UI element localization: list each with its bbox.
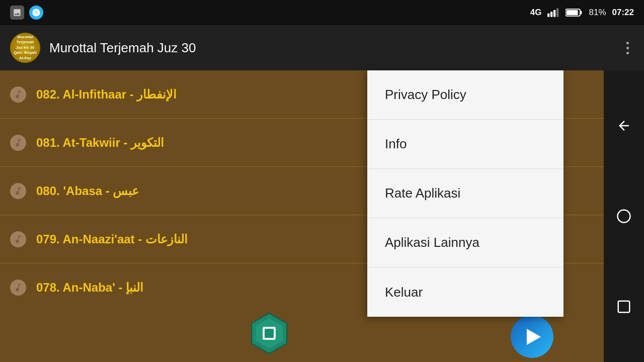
speaker-icon xyxy=(10,135,26,151)
speaker-icon xyxy=(10,231,26,247)
back-nav-button[interactable] xyxy=(611,113,636,138)
app-bar: Murottal TerjemahJuz Ke 30Qari: Royati A… xyxy=(0,25,644,70)
content-area: 082. Al-Infithaar - الإنفطار 081. At-Tak… xyxy=(0,70,644,362)
svg-rect-3 xyxy=(556,8,558,17)
status-right-info: 4G 81% 07:22 xyxy=(530,8,634,18)
svg-point-11 xyxy=(618,210,630,223)
svg-rect-12 xyxy=(618,301,630,313)
home-nav-button[interactable] xyxy=(611,204,636,229)
overflow-dot-3 xyxy=(626,52,629,54)
surah-082-title: 082. Al-Infithaar - الإنفطار xyxy=(36,87,177,102)
surah-list: 082. Al-Infithaar - الإنفطار 081. At-Tak… xyxy=(0,70,604,362)
play-triangle-icon xyxy=(527,329,541,345)
overflow-dot-1 xyxy=(626,42,629,44)
svg-rect-2 xyxy=(553,10,555,17)
svg-rect-1 xyxy=(550,12,552,17)
app-title: Murottal Terjemah Juz 30 xyxy=(49,40,612,56)
signal-bars-icon xyxy=(547,8,559,17)
stop-button[interactable] xyxy=(247,311,292,358)
overflow-dot-2 xyxy=(626,47,629,49)
svg-rect-0 xyxy=(547,14,549,17)
surah-079-title: 079. An-Naazi'aat - النازعات xyxy=(36,232,188,246)
surah-078-title: 078. An-Naba' - النبإ xyxy=(36,281,143,295)
battery-percentage: 81% xyxy=(589,8,606,18)
right-navigation xyxy=(604,70,644,362)
surah-081-title: 081. At-Takwiir - التكوير xyxy=(36,136,164,150)
svg-rect-10 xyxy=(265,329,274,338)
photo-icon xyxy=(10,6,24,20)
menu-item-other-apps[interactable]: Aplikasi Lainnya xyxy=(367,218,564,267)
speaker-icon xyxy=(10,183,26,199)
signal-indicator: 4G xyxy=(530,8,542,18)
menu-item-exit[interactable]: Keluar xyxy=(367,267,564,317)
dropdown-menu: Privacy Policy Info Rate Aplikasi Aplika… xyxy=(367,70,564,317)
status-bar: 4G 81% 07:22 xyxy=(0,0,644,25)
menu-item-rate-app[interactable]: Rate Aplikasi xyxy=(367,169,564,218)
surah-080-title: 080. 'Abasa - عبس xyxy=(36,184,139,198)
play-button[interactable] xyxy=(511,315,553,358)
app-logo: Murottal TerjemahJuz Ke 30Qari: Royati A… xyxy=(10,33,40,63)
svg-rect-6 xyxy=(567,10,578,15)
status-left-icons xyxy=(10,0,43,25)
speaker-icon xyxy=(10,86,26,103)
speaker-icon xyxy=(10,280,26,296)
menu-item-info[interactable]: Info xyxy=(367,120,564,169)
menu-item-privacy-policy[interactable]: Privacy Policy xyxy=(367,70,564,120)
battery-icon xyxy=(566,8,583,17)
clock-icon xyxy=(29,6,43,20)
time-display: 07:22 xyxy=(612,8,634,18)
svg-rect-5 xyxy=(580,11,582,15)
overflow-menu-button[interactable] xyxy=(621,37,634,59)
recent-nav-button[interactable] xyxy=(611,294,636,319)
